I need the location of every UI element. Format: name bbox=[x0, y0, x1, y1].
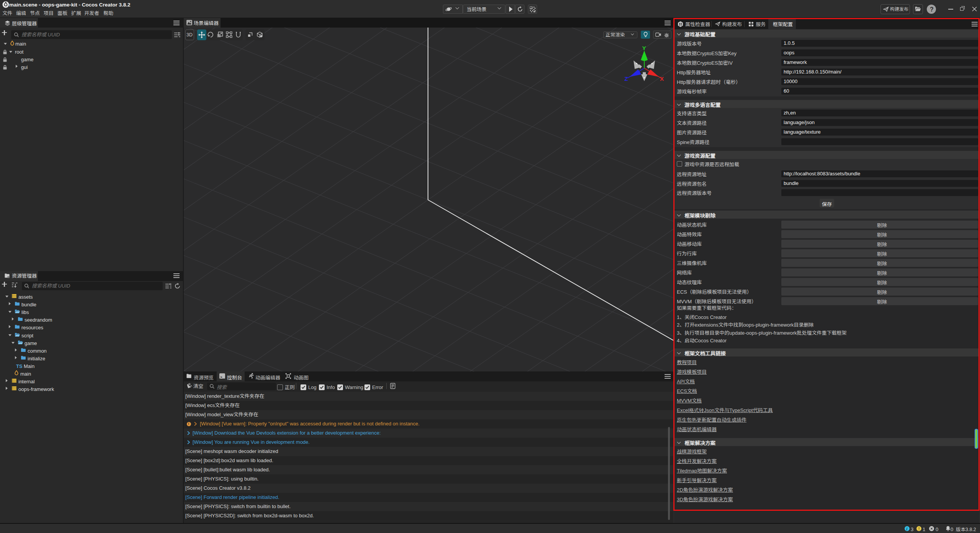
svg-text:Y: Y bbox=[642, 45, 646, 51]
svg-text:X: X bbox=[660, 75, 664, 82]
svg-text:Z: Z bbox=[624, 75, 628, 82]
